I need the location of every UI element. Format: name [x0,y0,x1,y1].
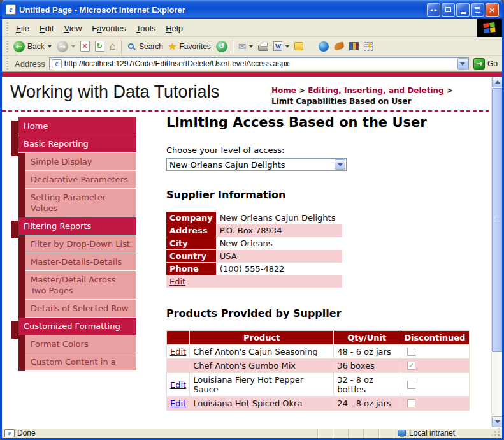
sidebar-item-master-details-details[interactable]: Master-Details-Details [25,253,136,271]
status-pane [317,429,333,437]
print-button[interactable] [256,41,271,52]
mail-dropdown-caret-icon [249,45,253,48]
supplier-field-value: P.O. Box 78934 [216,224,342,237]
supplier-info-table: CompanyNew Orleans Cajun DelightsAddress… [166,212,342,288]
product-row-louisiana-hot-spiced-okra: EditLouisiana Hot Spiced Okra24 - 8 oz j… [167,397,470,411]
back-button[interactable]: ← Back [11,40,54,54]
supplier-field-label: Country [166,250,216,263]
sidebar-item-format-colors[interactable]: Format Colors [25,335,136,353]
supplier-edit-row: Edit [166,275,342,288]
supplier-field-label: Company [166,212,216,224]
windows-logo-throbber [477,19,502,37]
product-discontinued-cell [400,373,470,397]
access-level-selected-value: New Orleans Cajun Delights [169,160,335,170]
toolbar-grip[interactable] [6,41,8,52]
sidebar-item-setting-parameter-values[interactable]: Setting Parameter Values [25,189,136,217]
edit-dropdown-caret-icon [285,45,289,48]
window-restore-extra-button[interactable] [442,3,455,17]
page-content: Working with Data Tutorials Home > Editi… [2,77,502,427]
select-dropdown-button[interactable] [335,159,345,170]
tile-horizontal-button[interactable]: ◄► [427,3,440,17]
computer-icon [398,430,406,436]
sidebar-item-filter-by-drop-down-list[interactable]: Filter by Drop-Down List [25,235,136,253]
menu-item-favorites[interactable]: Favorites [87,22,131,35]
product-edit-cell [167,359,190,373]
forward-dropdown-caret-icon [71,45,75,48]
menu-item-tools[interactable]: Tools [131,22,161,35]
product-row-chef-anton-s-gumbo-mix: Chef Anton's Gumbo Mix36 boxes [167,359,470,373]
minimize-button[interactable] [456,3,470,17]
breadcrumb-link-editing-inserting-and-deleting[interactable]: Editing, Inserting, and Deleting [308,86,443,95]
stop-button[interactable]: ✕ [78,40,92,53]
toolbar-grip[interactable] [6,58,8,70]
menu-item-file[interactable]: File [11,22,34,35]
stop-icon: ✕ [82,43,88,50]
messenger-button[interactable] [316,40,331,53]
discontinued-checkbox[interactable] [407,348,415,356]
title-bar: e Untitled Page - Microsoft Internet Exp… [2,0,502,19]
close-button[interactable]: × [486,3,499,17]
close-icon: × [489,6,496,14]
edit-with-word-button[interactable]: W [271,40,292,52]
product-edit-link[interactable]: Edit [170,380,186,390]
product-discontinued-cell [400,345,470,359]
supplier-field-value: (100) 555-4822 [216,263,342,275]
supplier-edit-link[interactable]: Edit [169,277,185,286]
maximize-button[interactable] [471,3,484,17]
resize-grip[interactable] [492,429,501,437]
page-top-band [2,71,502,77]
sidebar-item-details-of-selected-row[interactable]: Details of Selected Row [25,300,136,318]
supplier-field-value: New Orleans [216,237,342,250]
products-section-heading: Products Provided by Supplier [166,307,474,319]
sidebar-item-filtering-reports[interactable]: Filtering Reports [18,217,136,235]
sidebar-item-basic-reporting[interactable]: Basic Reporting [18,135,136,153]
forward-button[interactable]: → [54,40,78,54]
go-button[interactable]: → Go [472,57,500,70]
address-input[interactable]: e http://localhost:1297/Code/EditInsertD… [49,57,469,70]
sidebar-item-home[interactable]: Home [18,117,136,135]
status-pane [333,429,348,437]
sidebar-item-simple-display[interactable]: Simple Display [25,153,136,171]
supplier-field-label: Address [166,224,216,237]
product-edit-link[interactable]: Edit [170,347,186,356]
product-qty: 36 boxes [334,359,400,373]
access-level-select[interactable]: New Orleans Cajun Delights [166,158,347,171]
script-lightning-icon [364,42,373,51]
history-button[interactable]: ↺ [213,40,230,54]
sidebar-item-declarative-parameters[interactable]: Declarative Parameters [25,171,136,189]
menu-item-edit[interactable]: Edit [34,22,59,35]
discontinued-checkbox[interactable] [407,362,415,370]
research-button[interactable] [347,41,361,52]
favorites-button[interactable]: ★ Favorites [166,40,213,52]
menu-item-view[interactable]: View [59,22,87,35]
product-edit-link[interactable]: Edit [170,399,186,408]
page-title: Limiting Access Based on the User [166,115,474,130]
menu-item-help[interactable]: Help [161,22,188,35]
addon-button[interactable] [331,41,347,51]
address-dropdown-button[interactable] [457,58,468,70]
discontinued-checkbox[interactable] [407,399,415,407]
scrollbar-thumb[interactable] [492,88,502,352]
discuss-button[interactable] [292,41,306,52]
script-debug-button[interactable] [361,41,375,52]
toolbar-grip[interactable] [6,22,8,34]
scroll-up-button[interactable] [492,77,502,87]
breadcrumb-link-home[interactable]: Home [271,86,296,95]
search-button[interactable]: Search [124,41,166,52]
supplier-field-value: New Orleans Cajun Delights [216,212,342,224]
scroll-down-button[interactable] [492,416,502,427]
supplier-field-label: City [166,237,216,250]
product-name: Chef Anton's Gumbo Mix [190,359,334,373]
home-button[interactable]: ⌂ [107,40,119,53]
sidebar-item-master-detail-across-two-pages[interactable]: Master/Detail Across Two Pages [25,271,136,300]
vertical-scrollbar[interactable] [491,77,502,427]
sidebar-item-customized-formatting[interactable]: Customized Formatting [18,318,136,335]
breadcrumb-separator: > [444,86,453,95]
supplier-section-heading: Supplier Information [166,189,474,201]
discontinued-checkbox[interactable] [407,381,415,389]
mail-button[interactable]: ✉ [236,40,256,52]
chevron-down-icon [338,163,343,166]
product-name: Chef Anton's Cajun Seasoning [190,345,334,359]
sidebar-item-custom-content-in-a[interactable]: Custom Content in a [25,353,136,371]
refresh-button[interactable]: ↻ [92,40,107,53]
